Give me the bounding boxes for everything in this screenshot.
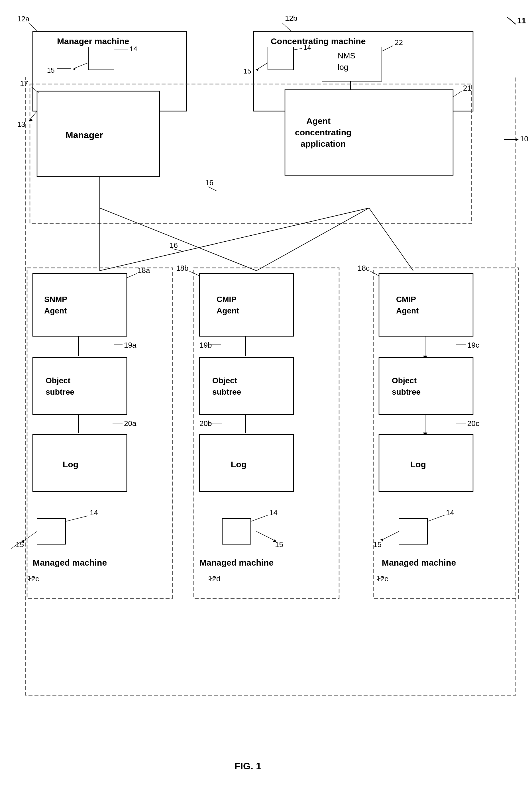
log-c-box (379, 434, 473, 491)
log-a-box (33, 434, 127, 491)
svg-line-9 (282, 23, 291, 31)
ref-22: 22 (395, 38, 403, 47)
svg-line-42 (190, 271, 199, 276)
snmp-agent-label-1: SNMP (44, 295, 67, 304)
ref-12e: 12e (376, 574, 388, 583)
ref-13: 13 (17, 120, 25, 128)
ref-20a: 20a (124, 419, 136, 428)
svg-line-49 (251, 515, 268, 522)
cmip-agent-c-label-2: Agent (396, 306, 419, 315)
svg-line-21 (208, 187, 217, 191)
svg-line-25 (100, 208, 256, 271)
ref-15-right: 15 (373, 540, 382, 549)
log-c-label: Log (410, 460, 426, 469)
log-b-label: Log (231, 460, 247, 469)
ref-20c: 20c (467, 419, 479, 428)
cmip-agent-c-label-1: CMIP (396, 295, 416, 304)
svg-rect-10 (268, 47, 294, 70)
svg-line-27 (256, 208, 369, 271)
nms-log-label-2: log (338, 63, 348, 71)
ref-20b: 20b (199, 419, 212, 428)
svg-line-3 (28, 23, 37, 31)
svg-line-37 (66, 516, 88, 522)
svg-line-62 (427, 515, 445, 522)
snmp-agent-box (33, 274, 127, 336)
ref-15-conc: 15 (243, 67, 251, 75)
ref-12d: 12d (208, 574, 220, 583)
svg-line-26 (100, 208, 369, 271)
cmip-agent-b-label-2: Agent (217, 306, 239, 315)
svg-rect-61 (399, 518, 427, 544)
cmip-agent-c-box (379, 274, 473, 336)
ref-12b: 12b (285, 14, 297, 22)
managed-machine-d-label: Managed machine (199, 558, 274, 567)
managed-machine-c-label: Managed machine (33, 558, 107, 567)
log-a-label: Log (63, 460, 78, 469)
concentrating-machine-label: Concentrating machine (271, 37, 366, 46)
object-subtree-a-box (33, 358, 127, 414)
manager-machine-label: Manager machine (57, 37, 129, 46)
ref-16-top: 16 (205, 178, 213, 187)
object-subtree-c-label-2: subtree (392, 387, 421, 396)
ref-12a: 12a (17, 15, 30, 23)
ref-19c: 19c (467, 341, 479, 349)
ref-16-bot: 16 (170, 241, 178, 250)
manager-label: Manager (66, 130, 103, 140)
ref-19a: 19a (124, 341, 136, 349)
ref-10: 10 (520, 134, 528, 143)
agent-conc-app-label-2: concentrating (295, 128, 352, 137)
ref-18b: 18b (176, 264, 188, 272)
ref-14-left: 14 (90, 508, 98, 517)
managed-machine-e-label: Managed machine (382, 558, 456, 567)
svg-line-30 (127, 274, 137, 278)
ref-15-center: 15 (275, 540, 283, 549)
object-subtree-b-label-1: Object (212, 376, 237, 385)
diagram: 11 10 Manager machine 12a 14 15 Concentr… (0, 0, 532, 787)
agent-conc-app-label-3: application (301, 139, 346, 148)
snmp-agent-label-2: Agent (44, 306, 67, 315)
ref-14-right: 14 (446, 508, 454, 517)
svg-line-50 (256, 531, 274, 540)
agent-conc-app-label-1: Agent (306, 116, 331, 126)
ref-15-mgr: 15 (47, 66, 55, 74)
ref-11: 11 (517, 16, 526, 25)
ref-17: 17 (20, 79, 28, 88)
ref-19b: 19b (199, 341, 212, 349)
ref-18a: 18a (137, 266, 150, 275)
svg-line-28 (369, 208, 413, 271)
fig-caption: FIG. 1 (235, 761, 261, 771)
svg-rect-48 (222, 518, 251, 544)
log-b-box (199, 434, 294, 491)
svg-line-0 (507, 17, 516, 24)
ref-18c: 18c (358, 264, 369, 272)
object-subtree-a-label-2: subtree (46, 387, 75, 396)
object-subtree-c-box (379, 358, 473, 414)
object-subtree-b-label-2: subtree (212, 387, 241, 396)
ref-21: 21 (463, 84, 471, 92)
svg-line-63 (382, 531, 399, 540)
nms-log-label-1: NMS (338, 51, 355, 60)
svg-marker-2 (516, 138, 518, 141)
ref-14-center: 14 (269, 508, 278, 517)
ref-14-mgr: 14 (130, 45, 137, 53)
svg-rect-4 (88, 47, 114, 70)
svg-line-38 (23, 531, 37, 541)
object-subtree-b-box (199, 358, 294, 414)
object-subtree-a-label-1: Object (46, 376, 70, 385)
cmip-agent-b-box (199, 274, 294, 336)
ref-12c: 12c (27, 574, 39, 583)
svg-line-17 (30, 111, 37, 120)
object-subtree-c-label-1: Object (392, 376, 417, 385)
cmip-agent-b-label-1: CMIP (217, 295, 236, 304)
svg-line-53 (370, 271, 379, 276)
svg-rect-36 (37, 518, 66, 544)
ref-14-conc: 14 (303, 44, 311, 51)
svg-marker-18 (28, 118, 33, 121)
